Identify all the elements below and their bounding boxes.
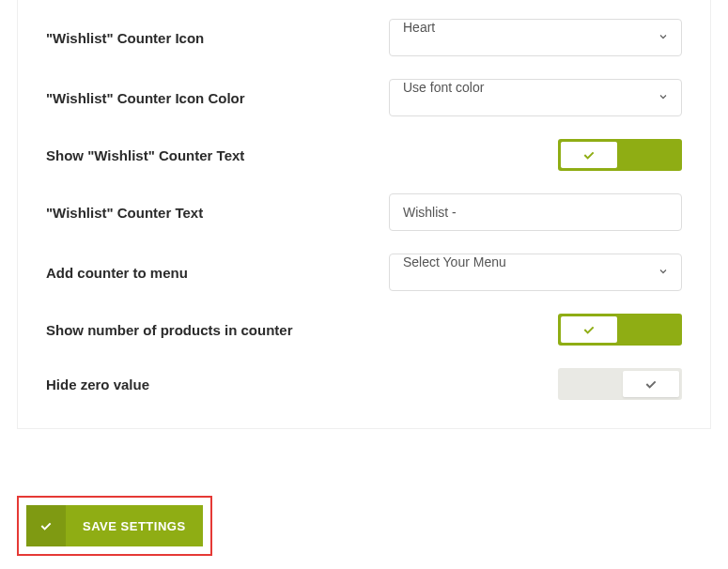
toggle-show-counter-text[interactable] (558, 139, 682, 171)
row-counter-icon-color: "Wishlist" Counter Icon Color Use font c… (46, 79, 682, 116)
label-counter-icon: "Wishlist" Counter Icon (46, 30, 389, 46)
label-show-counter-text: Show "Wishlist" Counter Text (46, 147, 389, 163)
row-show-counter-text: Show "Wishlist" Counter Text (46, 139, 682, 171)
check-icon (581, 147, 596, 162)
row-hide-zero: Hide zero value (46, 368, 682, 400)
toggle-show-count[interactable] (558, 314, 682, 346)
row-show-count: Show number of products in counter (46, 314, 682, 346)
label-add-to-menu: Add counter to menu (46, 265, 389, 281)
label-counter-icon-color: "Wishlist" Counter Icon Color (46, 90, 389, 106)
save-button-label: SAVE SETTINGS (66, 505, 203, 546)
check-icon (643, 377, 658, 392)
select-counter-icon-color[interactable]: Use font color (389, 79, 682, 116)
toggle-knob (561, 142, 617, 168)
save-settings-button[interactable]: SAVE SETTINGS (26, 505, 203, 546)
save-highlight: SAVE SETTINGS (17, 496, 212, 556)
select-counter-icon-value: Heart (389, 19, 682, 56)
label-hide-zero: Hide zero value (46, 377, 389, 392)
row-counter-icon: "Wishlist" Counter Icon Heart (46, 19, 682, 56)
label-counter-text: "Wishlist" Counter Text (46, 205, 389, 221)
toggle-knob (561, 316, 617, 343)
row-counter-text: "Wishlist" Counter Text (46, 193, 682, 231)
toggle-hide-zero[interactable] (558, 368, 682, 400)
input-counter-text[interactable] (389, 193, 682, 231)
select-add-to-menu[interactable]: Select Your Menu (389, 254, 682, 291)
toggle-knob (623, 371, 679, 397)
select-counter-icon[interactable]: Heart (389, 19, 682, 56)
check-icon (581, 322, 596, 337)
settings-panel: "Wishlist" Counter Icon Heart "Wishlist"… (17, 0, 711, 429)
check-icon (26, 505, 66, 546)
select-add-to-menu-value: Select Your Menu (389, 254, 682, 291)
select-counter-icon-color-value: Use font color (389, 79, 682, 116)
row-add-to-menu: Add counter to menu Select Your Menu (46, 254, 682, 291)
label-show-count: Show number of products in counter (46, 322, 389, 338)
